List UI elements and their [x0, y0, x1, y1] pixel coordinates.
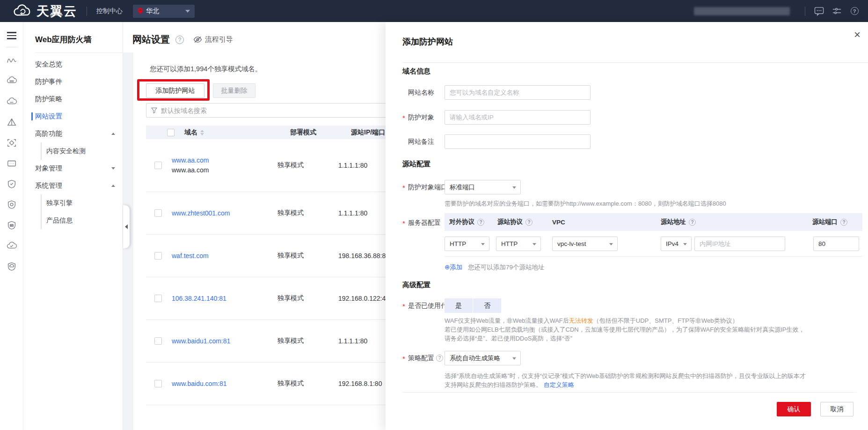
sidebar-item-content-security-check[interactable]: 内容安全检测: [41, 142, 123, 160]
sidebar-item-security-overview[interactable]: 安全总览: [23, 56, 123, 73]
row-checkbox[interactable]: [154, 337, 162, 345]
sort-icon[interactable]: [200, 130, 204, 135]
deploy-mode: 独享模式: [277, 294, 304, 303]
add-protected-website-button[interactable]: 添加防护网站: [146, 83, 204, 98]
chevron-up-icon: [111, 133, 115, 135]
close-icon[interactable]: ×: [854, 30, 861, 40]
help-icon[interactable]: ?: [477, 219, 484, 226]
site-name-input[interactable]: [445, 85, 591, 100]
drawer-title: 添加防护网站: [402, 36, 453, 47]
rail-divider: [6, 47, 17, 47]
site-remark-input[interactable]: [445, 134, 591, 149]
shield-hex-icon[interactable]: [6, 199, 17, 210]
server-table-row: HTTP HTTP vpc-lv-test IPv4: [445, 231, 862, 257]
deploy-mode: 独享模式: [277, 209, 304, 217]
shield-check-icon[interactable]: [6, 178, 17, 190]
address-type-select[interactable]: IPv4: [661, 237, 692, 251]
chevron-down-icon: [111, 167, 115, 170]
protect-port-select[interactable]: 标准端口: [445, 180, 521, 194]
menu-collapse-handle[interactable]: [123, 205, 130, 248]
eye-slash-icon: [193, 36, 202, 43]
sidebar-item-dedicated-engine[interactable]: 独享引擎: [41, 194, 123, 212]
cloud-host-icon[interactable]: [6, 75, 17, 87]
vpc-select[interactable]: vpc-lv-test: [552, 237, 618, 251]
row-checkbox[interactable]: [154, 295, 162, 302]
account-name-redacted: [694, 7, 790, 15]
cloud-check-icon[interactable]: [6, 240, 17, 252]
sidebar-item-website-settings[interactable]: 网站设置: [23, 108, 123, 125]
sidebar-item-system-management[interactable]: 系统管理: [23, 177, 123, 194]
site-name-label: 网站名称: [408, 89, 434, 97]
frame-diamond-icon[interactable]: [6, 137, 17, 148]
domain-link[interactable]: www.baidu1.com:81: [172, 336, 230, 346]
origin-ip-port: 198.168.36.88:80: [338, 252, 389, 259]
confirm-button[interactable]: 确认: [777, 402, 811, 416]
row-checkbox[interactable]: [154, 162, 162, 169]
custom-policy-link[interactable]: 自定义策略: [544, 381, 574, 388]
drawer-footer-divider: [402, 392, 857, 393]
preferences-sliders-icon[interactable]: [832, 6, 842, 16]
plus-circle-icon: ⊕: [445, 264, 450, 271]
column-mode: 部署模式: [290, 128, 316, 137]
help-icon[interactable]: ?: [840, 219, 847, 226]
monitor-wave-icon[interactable]: [6, 55, 17, 66]
menu-divider: [35, 52, 123, 53]
chevron-down-icon: [185, 10, 190, 13]
proxy-yes-button[interactable]: 是: [445, 298, 473, 313]
port-note: 需要防护的域名对应的业务端口，如需要防护http://www.example.c…: [445, 199, 726, 208]
help-icon[interactable]: ?: [525, 219, 532, 226]
domain-link[interactable]: waf.test.com: [172, 251, 209, 261]
chevron-left-icon: [125, 224, 128, 229]
prism-icon[interactable]: [6, 117, 17, 128]
guide-label: 流程引导: [205, 35, 233, 44]
highlight-text: 无法转发: [569, 317, 593, 324]
help-icon[interactable]: ?: [436, 355, 443, 362]
domain-link[interactable]: www.baidu.com:81: [172, 379, 227, 389]
brand-logo[interactable]: 天翼云: [12, 3, 77, 20]
origin-port-input[interactable]: [813, 237, 859, 251]
cancel-button[interactable]: 取消: [820, 402, 853, 416]
chat-box-icon[interactable]: [6, 158, 17, 169]
sidebar-item-object-management[interactable]: 对象管理: [23, 160, 123, 177]
domain-link[interactable]: 106.38.241.140:81: [172, 294, 226, 304]
row-checkbox[interactable]: [154, 252, 162, 259]
row-checkbox[interactable]: [154, 209, 162, 217]
domain-link[interactable]: www.zhtest001.com: [172, 208, 230, 218]
page-title: 网站设置: [132, 33, 170, 46]
origin-protocol-select[interactable]: HTTP: [496, 237, 541, 251]
origin-ip-port: 1.1.1.1:80: [338, 337, 367, 345]
origin-address-input[interactable]: [694, 237, 785, 251]
row-checkbox[interactable]: [154, 380, 162, 387]
sidebar-item-protection-events[interactable]: 防护事件: [23, 73, 123, 90]
help-icon[interactable]: ?: [849, 6, 860, 16]
help-icon[interactable]: ?: [689, 219, 696, 226]
add-origin-link[interactable]: ⊕添加: [445, 264, 462, 271]
deploy-mode: 独享模式: [277, 337, 304, 345]
origin-ip-port: 192.168.0.122:44: [338, 295, 389, 302]
required-mark: *: [402, 184, 408, 192]
sidebar-item-protection-policies[interactable]: 防护策略: [23, 90, 123, 108]
sidebar-item-product-info[interactable]: 产品信息: [41, 212, 123, 229]
cloud-icon[interactable]: [6, 96, 17, 107]
select-all-checkbox[interactable]: [167, 129, 175, 136]
message-icon[interactable]: [814, 6, 824, 16]
domain-link[interactable]: www.aa.com: [172, 156, 209, 165]
policy-note: 选择“系统自动生成策略”时，仅支持“仅记录”模式下的Web基础防护的常规检测和网…: [445, 371, 806, 389]
chevron-up-icon: [111, 185, 115, 187]
sidebar-item-advanced-features[interactable]: 高阶功能: [23, 125, 123, 142]
topbar-divider: [87, 7, 87, 16]
proxy-no-button[interactable]: 否: [473, 298, 501, 313]
page-help-icon[interactable]: ?: [175, 36, 184, 44]
protect-target-input[interactable]: [445, 110, 591, 125]
policy-select[interactable]: 系统自动生成策略: [445, 351, 521, 365]
external-protocol-select[interactable]: HTTP: [445, 237, 489, 251]
shield-cloud-icon[interactable]: [6, 261, 17, 272]
process-guide-toggle[interactable]: 流程引导: [193, 35, 233, 44]
region-selector[interactable]: 华北: [133, 5, 195, 18]
console-center-link[interactable]: 控制中心: [96, 7, 123, 15]
shield-store-icon[interactable]: [6, 220, 17, 231]
icon-rail: [0, 22, 23, 430]
hamburger-menu-icon[interactable]: [7, 30, 16, 41]
batch-delete-button[interactable]: 批量删除: [213, 83, 255, 98]
screen: 天翼云 控制中心 华北: [0, 0, 868, 430]
